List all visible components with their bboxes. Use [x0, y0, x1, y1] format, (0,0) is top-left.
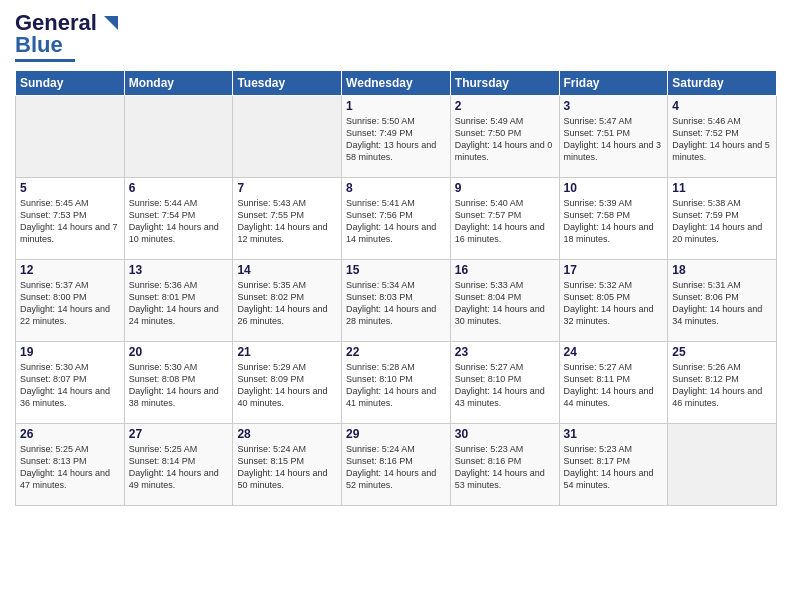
day-number: 15 — [346, 263, 446, 277]
day-info: Sunrise: 5:27 AM Sunset: 8:10 PM Dayligh… — [455, 361, 555, 410]
logo-blue: Blue — [15, 32, 63, 58]
day-number: 20 — [129, 345, 229, 359]
logo-triangle-icon — [98, 12, 120, 34]
day-info: Sunrise: 5:33 AM Sunset: 8:04 PM Dayligh… — [455, 279, 555, 328]
day-cell — [668, 424, 777, 506]
day-number: 17 — [564, 263, 664, 277]
day-info: Sunrise: 5:38 AM Sunset: 7:59 PM Dayligh… — [672, 197, 772, 246]
day-cell: 8Sunrise: 5:41 AM Sunset: 7:56 PM Daylig… — [342, 178, 451, 260]
day-cell — [16, 96, 125, 178]
day-cell: 27Sunrise: 5:25 AM Sunset: 8:14 PM Dayli… — [124, 424, 233, 506]
day-number: 8 — [346, 181, 446, 195]
day-info: Sunrise: 5:40 AM Sunset: 7:57 PM Dayligh… — [455, 197, 555, 246]
week-row-2: 5Sunrise: 5:45 AM Sunset: 7:53 PM Daylig… — [16, 178, 777, 260]
day-info: Sunrise: 5:37 AM Sunset: 8:00 PM Dayligh… — [20, 279, 120, 328]
day-number: 5 — [20, 181, 120, 195]
calendar-page: General Blue SundayMondayTuesdayWednesda… — [0, 0, 792, 612]
day-info: Sunrise: 5:31 AM Sunset: 8:06 PM Dayligh… — [672, 279, 772, 328]
day-info: Sunrise: 5:25 AM Sunset: 8:13 PM Dayligh… — [20, 443, 120, 492]
day-cell — [233, 96, 342, 178]
day-cell: 13Sunrise: 5:36 AM Sunset: 8:01 PM Dayli… — [124, 260, 233, 342]
svg-marker-0 — [104, 16, 118, 30]
weekday-header-monday: Monday — [124, 71, 233, 96]
day-info: Sunrise: 5:41 AM Sunset: 7:56 PM Dayligh… — [346, 197, 446, 246]
day-number: 11 — [672, 181, 772, 195]
day-info: Sunrise: 5:45 AM Sunset: 7:53 PM Dayligh… — [20, 197, 120, 246]
day-number: 24 — [564, 345, 664, 359]
logo: General Blue — [15, 10, 120, 62]
week-row-5: 26Sunrise: 5:25 AM Sunset: 8:13 PM Dayli… — [16, 424, 777, 506]
day-info: Sunrise: 5:29 AM Sunset: 8:09 PM Dayligh… — [237, 361, 337, 410]
day-number: 14 — [237, 263, 337, 277]
day-cell: 9Sunrise: 5:40 AM Sunset: 7:57 PM Daylig… — [450, 178, 559, 260]
day-number: 6 — [129, 181, 229, 195]
day-info: Sunrise: 5:43 AM Sunset: 7:55 PM Dayligh… — [237, 197, 337, 246]
day-number: 23 — [455, 345, 555, 359]
week-row-3: 12Sunrise: 5:37 AM Sunset: 8:00 PM Dayli… — [16, 260, 777, 342]
day-cell: 28Sunrise: 5:24 AM Sunset: 8:15 PM Dayli… — [233, 424, 342, 506]
weekday-header-row: SundayMondayTuesdayWednesdayThursdayFrid… — [16, 71, 777, 96]
day-cell: 10Sunrise: 5:39 AM Sunset: 7:58 PM Dayli… — [559, 178, 668, 260]
day-info: Sunrise: 5:25 AM Sunset: 8:14 PM Dayligh… — [129, 443, 229, 492]
day-number: 21 — [237, 345, 337, 359]
day-cell: 16Sunrise: 5:33 AM Sunset: 8:04 PM Dayli… — [450, 260, 559, 342]
day-number: 10 — [564, 181, 664, 195]
day-number: 28 — [237, 427, 337, 441]
day-cell: 24Sunrise: 5:27 AM Sunset: 8:11 PM Dayli… — [559, 342, 668, 424]
day-number: 13 — [129, 263, 229, 277]
day-number: 3 — [564, 99, 664, 113]
day-cell: 14Sunrise: 5:35 AM Sunset: 8:02 PM Dayli… — [233, 260, 342, 342]
day-info: Sunrise: 5:23 AM Sunset: 8:16 PM Dayligh… — [455, 443, 555, 492]
day-cell: 21Sunrise: 5:29 AM Sunset: 8:09 PM Dayli… — [233, 342, 342, 424]
header: General Blue — [15, 10, 777, 62]
weekday-header-friday: Friday — [559, 71, 668, 96]
day-number: 22 — [346, 345, 446, 359]
day-info: Sunrise: 5:32 AM Sunset: 8:05 PM Dayligh… — [564, 279, 664, 328]
day-cell: 23Sunrise: 5:27 AM Sunset: 8:10 PM Dayli… — [450, 342, 559, 424]
day-info: Sunrise: 5:27 AM Sunset: 8:11 PM Dayligh… — [564, 361, 664, 410]
day-cell: 6Sunrise: 5:44 AM Sunset: 7:54 PM Daylig… — [124, 178, 233, 260]
day-number: 16 — [455, 263, 555, 277]
calendar-table: SundayMondayTuesdayWednesdayThursdayFrid… — [15, 70, 777, 506]
day-cell: 7Sunrise: 5:43 AM Sunset: 7:55 PM Daylig… — [233, 178, 342, 260]
day-cell: 25Sunrise: 5:26 AM Sunset: 8:12 PM Dayli… — [668, 342, 777, 424]
day-info: Sunrise: 5:49 AM Sunset: 7:50 PM Dayligh… — [455, 115, 555, 164]
day-number: 1 — [346, 99, 446, 113]
weekday-header-thursday: Thursday — [450, 71, 559, 96]
day-cell: 3Sunrise: 5:47 AM Sunset: 7:51 PM Daylig… — [559, 96, 668, 178]
day-number: 26 — [20, 427, 120, 441]
day-info: Sunrise: 5:36 AM Sunset: 8:01 PM Dayligh… — [129, 279, 229, 328]
day-number: 31 — [564, 427, 664, 441]
day-info: Sunrise: 5:28 AM Sunset: 8:10 PM Dayligh… — [346, 361, 446, 410]
logo-line — [15, 59, 75, 62]
day-info: Sunrise: 5:26 AM Sunset: 8:12 PM Dayligh… — [672, 361, 772, 410]
day-number: 2 — [455, 99, 555, 113]
day-cell: 29Sunrise: 5:24 AM Sunset: 8:16 PM Dayli… — [342, 424, 451, 506]
day-number: 12 — [20, 263, 120, 277]
weekday-header-wednesday: Wednesday — [342, 71, 451, 96]
day-number: 27 — [129, 427, 229, 441]
day-cell: 4Sunrise: 5:46 AM Sunset: 7:52 PM Daylig… — [668, 96, 777, 178]
day-number: 4 — [672, 99, 772, 113]
weekday-header-saturday: Saturday — [668, 71, 777, 96]
day-info: Sunrise: 5:46 AM Sunset: 7:52 PM Dayligh… — [672, 115, 772, 164]
weekday-header-sunday: Sunday — [16, 71, 125, 96]
day-number: 9 — [455, 181, 555, 195]
day-info: Sunrise: 5:50 AM Sunset: 7:49 PM Dayligh… — [346, 115, 446, 164]
day-cell: 2Sunrise: 5:49 AM Sunset: 7:50 PM Daylig… — [450, 96, 559, 178]
day-number: 30 — [455, 427, 555, 441]
day-number: 7 — [237, 181, 337, 195]
day-cell: 18Sunrise: 5:31 AM Sunset: 8:06 PM Dayli… — [668, 260, 777, 342]
day-info: Sunrise: 5:24 AM Sunset: 8:16 PM Dayligh… — [346, 443, 446, 492]
week-row-4: 19Sunrise: 5:30 AM Sunset: 8:07 PM Dayli… — [16, 342, 777, 424]
day-cell: 19Sunrise: 5:30 AM Sunset: 8:07 PM Dayli… — [16, 342, 125, 424]
day-cell: 1Sunrise: 5:50 AM Sunset: 7:49 PM Daylig… — [342, 96, 451, 178]
day-info: Sunrise: 5:30 AM Sunset: 8:08 PM Dayligh… — [129, 361, 229, 410]
week-row-1: 1Sunrise: 5:50 AM Sunset: 7:49 PM Daylig… — [16, 96, 777, 178]
day-info: Sunrise: 5:30 AM Sunset: 8:07 PM Dayligh… — [20, 361, 120, 410]
day-number: 29 — [346, 427, 446, 441]
day-cell: 31Sunrise: 5:23 AM Sunset: 8:17 PM Dayli… — [559, 424, 668, 506]
day-cell: 26Sunrise: 5:25 AM Sunset: 8:13 PM Dayli… — [16, 424, 125, 506]
day-info: Sunrise: 5:44 AM Sunset: 7:54 PM Dayligh… — [129, 197, 229, 246]
day-cell: 30Sunrise: 5:23 AM Sunset: 8:16 PM Dayli… — [450, 424, 559, 506]
